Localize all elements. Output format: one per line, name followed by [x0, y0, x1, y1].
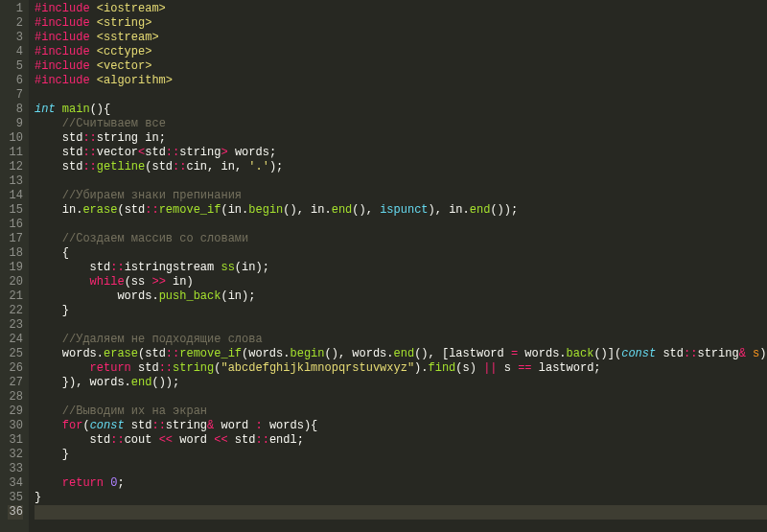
token-kw-type: const: [90, 419, 125, 432]
token-punct: ;: [297, 433, 304, 447]
code-area[interactable]: #include <iostream>#include <string>#inc…: [29, 0, 767, 532]
token-str: <cctype>: [97, 45, 152, 58]
token-punct: [35, 476, 62, 490]
token-ident: string: [697, 347, 738, 360]
token-punct: word: [214, 419, 255, 432]
token-func: getline: [97, 160, 145, 173]
code-line: [35, 462, 767, 476]
code-line: {: [35, 246, 767, 261]
line-number: 15: [8, 203, 23, 218]
line-number: 25: [8, 347, 23, 361]
token-punct: {: [35, 246, 69, 260]
code-line: std::getline(std::cin, in, '.');: [35, 160, 767, 174]
token-punct: (), [lastword: [414, 347, 511, 360]
token-comment: //Создаем массив со словами: [62, 232, 248, 245]
token-kw-ctrl: for: [62, 419, 83, 432]
token-op: ::: [145, 203, 158, 217]
token-punct: [35, 405, 62, 418]
token-punct: [90, 74, 97, 87]
token-func: erase: [82, 203, 117, 217]
line-number: 31: [8, 433, 23, 448]
code-line: }: [35, 491, 767, 505]
token-punct: [90, 45, 97, 58]
line-number: 9: [8, 117, 23, 131]
token-op: >: [221, 146, 227, 159]
token-op: >>: [151, 275, 165, 289]
token-punct: (std: [138, 347, 166, 360]
token-func: remove_if: [159, 203, 221, 217]
token-op: ::: [159, 361, 173, 375]
token-ident: istringstream: [125, 261, 221, 274]
token-punct: (){: [90, 103, 111, 116]
token-punct: [746, 347, 753, 360]
token-op: ::: [82, 160, 96, 173]
token-punct: std: [228, 433, 256, 447]
line-number: 19: [8, 261, 23, 275]
token-kw-type: int: [35, 103, 56, 116]
line-number: 11: [8, 146, 23, 160]
token-punct: word: [173, 433, 214, 447]
token-kw-pre: #include: [35, 45, 90, 58]
token-func: begin: [248, 203, 283, 217]
code-line: //Считываем все: [35, 117, 767, 131]
token-ident: words: [228, 146, 269, 159]
token-punct: (in);: [221, 289, 255, 303]
token-op: ::: [82, 146, 96, 159]
token-op: :: [256, 419, 263, 432]
token-punct: (ss: [125, 275, 152, 289]
token-op: ::: [151, 419, 165, 432]
code-line: std::istringstream ss(in);: [35, 261, 767, 275]
token-punct: [35, 361, 90, 375]
token-punct: , in,: [207, 160, 248, 173]
token-punct: words.: [35, 347, 104, 360]
token-punct: [35, 232, 62, 245]
code-line: in.erase(std::remove_if(in.begin(), in.e…: [35, 203, 767, 218]
code-line: [35, 390, 767, 405]
token-comment: //Выводим их на экран: [62, 405, 207, 418]
token-punct: (words.: [242, 347, 290, 360]
code-line: #include <algorithm>: [35, 74, 767, 88]
line-number: 28: [8, 390, 23, 405]
token-punct: [35, 275, 90, 289]
line-number: 35: [8, 491, 23, 505]
line-number: 6: [8, 74, 23, 88]
line-number: 26: [8, 361, 23, 376]
line-number: 24: [8, 333, 23, 347]
token-punct: }: [35, 304, 69, 317]
token-punct: ){: [759, 347, 767, 360]
token-op: &: [739, 347, 746, 360]
code-line: words.erase(std::remove_if(words.begin()…: [35, 347, 767, 361]
code-line: return std::string("abcdefghijklmnopqrst…: [35, 361, 767, 376]
token-punct: words.: [518, 347, 566, 360]
token-punct: [35, 419, 62, 432]
code-line: [35, 88, 767, 103]
token-punct: [90, 16, 97, 30]
token-kw-type: const: [621, 347, 656, 360]
token-kw-pre: #include: [35, 59, 90, 73]
token-str: <sstream>: [97, 31, 159, 44]
code-line: [35, 218, 767, 232]
token-punct: );: [269, 160, 283, 173]
token-func: end: [470, 203, 491, 217]
token-punct: ;: [269, 146, 276, 159]
token-punct: [90, 59, 97, 73]
token-op: ::: [166, 347, 179, 360]
token-op: ::: [166, 146, 179, 159]
token-punct: [56, 103, 62, 116]
token-op: ::: [110, 433, 124, 447]
token-punct: [90, 31, 97, 44]
code-line: }: [35, 304, 767, 318]
token-ident: vector: [97, 146, 138, 159]
token-str: <iostream>: [97, 2, 166, 15]
token-punct: }: [35, 491, 41, 504]
token-punct: in): [166, 275, 194, 289]
token-op: <<: [214, 433, 227, 447]
line-number: 27: [8, 376, 23, 390]
line-number: 32: [8, 448, 23, 462]
token-str: <algorithm>: [97, 74, 173, 87]
token-punct: std: [35, 131, 82, 145]
code-line: words.push_back(in);: [35, 289, 767, 304]
token-func: ss: [221, 261, 234, 274]
code-line: [35, 505, 767, 520]
token-builtin: ispunct: [380, 203, 428, 217]
